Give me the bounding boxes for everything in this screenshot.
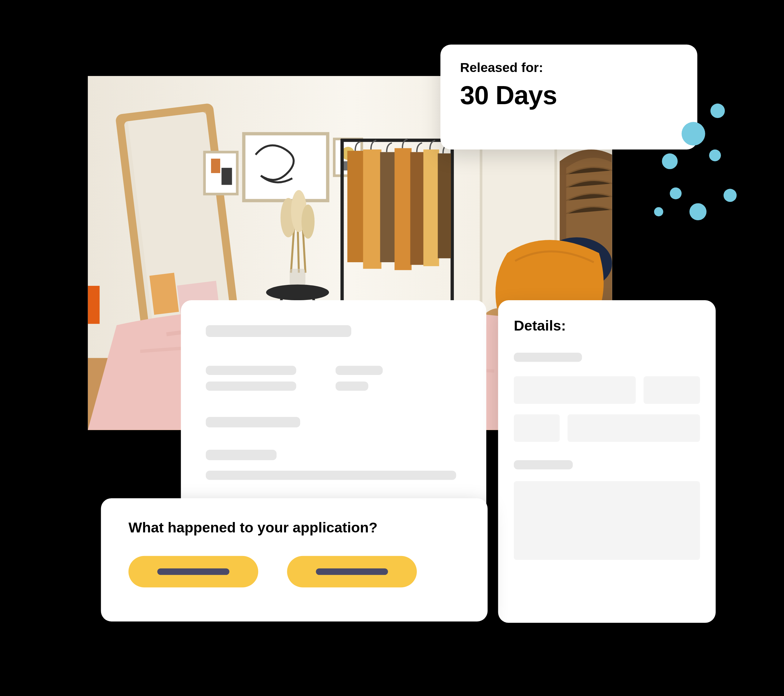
decor-bubble [709,150,721,162]
skeleton-line [514,353,582,362]
svg-rect-11 [211,159,220,173]
decor-bubble [724,189,737,202]
question-card: What happened to your application? [101,498,488,621]
detail-textarea[interactable] [514,481,700,560]
svg-rect-12 [221,168,232,185]
skeleton-line [206,325,351,337]
details-title: Details: [514,317,700,335]
option-button-1[interactable] [128,556,258,587]
detail-field[interactable] [568,414,700,442]
released-label: Released for: [460,60,677,75]
svg-rect-9 [88,286,100,324]
skeleton-line [206,471,456,480]
decor-bubble [670,188,682,200]
svg-rect-37 [438,153,451,258]
svg-rect-33 [380,152,396,262]
released-card: Released for: 30 Days [440,45,697,150]
svg-rect-32 [363,150,382,269]
svg-rect-13 [244,134,328,201]
skeleton-line [206,381,296,391]
skeleton-line [157,568,229,575]
svg-rect-23 [290,269,305,286]
decor-bubble [710,104,725,118]
svg-rect-31 [347,151,364,262]
decor-bubble [689,203,707,220]
skeleton-line [336,366,383,375]
option-button-2[interactable] [287,556,417,587]
svg-rect-34 [394,148,412,270]
composition-canvas: Released for: 30 Days Details: [0,0,783,696]
svg-point-24 [266,285,329,300]
skeleton-line [514,460,573,469]
decor-bubble [682,122,705,145]
skeleton-line [206,366,296,375]
detail-field[interactable] [514,376,636,404]
detail-field[interactable] [514,414,560,442]
details-card: Details: [498,300,715,623]
question-title: What happened to your application? [128,519,460,536]
skeleton-line [336,381,369,391]
svg-rect-36 [423,150,439,266]
skeleton-line [206,450,277,460]
skeleton-line [316,568,388,575]
decor-bubble [662,153,677,169]
svg-point-22 [301,205,315,239]
detail-field[interactable] [644,376,700,404]
decor-bubble [654,207,663,216]
svg-rect-35 [410,152,425,265]
skeleton-line [206,417,300,427]
released-value: 30 Days [460,81,677,110]
question-button-row [128,556,460,587]
svg-rect-10 [204,152,237,194]
